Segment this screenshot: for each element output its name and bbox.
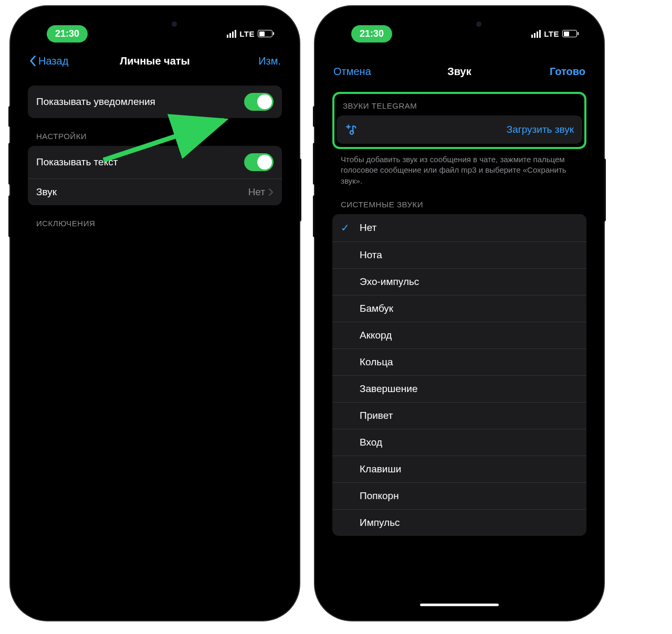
phone-side-button <box>299 158 301 221</box>
chevron-left-icon <box>29 55 36 67</box>
settings-group: Показывать текст Звук Нет <box>28 146 282 205</box>
notch <box>412 15 507 33</box>
upload-footer: Чтобы добавить звук из сообщения в чате,… <box>332 149 586 186</box>
done-button[interactable]: Готово <box>543 66 585 78</box>
phone-side-button <box>8 195 10 237</box>
sound-option-label: Завершение <box>360 383 418 395</box>
telegram-sounds-header: ЗВУКИ TELEGRAM <box>334 94 584 115</box>
sound-option[interactable]: Завершение <box>332 376 586 403</box>
sound-option-label: Кольца <box>360 356 393 368</box>
phone-left: 21:30 LTE Назад Личные чаты Изм. <box>10 6 299 620</box>
plus-note-icon <box>345 123 359 136</box>
status-time: 21:30 <box>351 25 392 43</box>
back-button[interactable]: Назад <box>29 55 87 67</box>
status-right: LTE <box>531 29 577 38</box>
sound-option-label: Эхо-импульс <box>360 276 419 288</box>
sound-label: Звук <box>36 186 57 198</box>
sound-option-label: Нет <box>360 222 376 234</box>
sound-option[interactable]: ✓Нет <box>332 214 586 242</box>
content-right: ЗВУКИ TELEGRAM Загрузить звук <box>324 86 595 611</box>
phone-side-button <box>604 158 606 221</box>
cancel-label: Отмена <box>333 66 371 78</box>
show-notifications-toggle[interactable] <box>244 93 274 111</box>
phone-side-button <box>313 106 315 127</box>
nav-bar: Отмена Звук Готово <box>324 57 595 86</box>
exceptions-header: ИСКЛЮЧЕНИЯ <box>28 205 282 233</box>
sound-value: Нет <box>248 186 265 198</box>
sound-option-label: Аккорд <box>360 330 392 341</box>
show-notifications-row[interactable]: Показывать уведомления <box>28 86 282 118</box>
sound-option-label: Нота <box>360 249 382 261</box>
sound-row[interactable]: Звук Нет <box>28 179 282 205</box>
back-label: Назад <box>38 55 68 67</box>
svg-point-1 <box>350 131 354 134</box>
sound-option-label: Импульс <box>360 517 400 529</box>
upload-sound-row[interactable]: Загрузить звук <box>337 115 582 144</box>
sound-option[interactable]: Клавиши <box>332 456 586 483</box>
screen-left: 21:30 LTE Назад Личные чаты Изм. <box>19 15 290 611</box>
sound-option-label: Вход <box>360 437 382 448</box>
sound-option-label: Клавиши <box>360 463 401 475</box>
screen-right: 21:30 LTE Отмена Звук Готово ЗВУКИ TELEG… <box>324 15 595 611</box>
phone-right: 21:30 LTE Отмена Звук Готово ЗВУКИ TELEG… <box>315 6 604 620</box>
chevron-right-icon <box>268 188 274 196</box>
phone-side-button <box>313 143 315 185</box>
sound-option-label: Привет <box>360 410 393 421</box>
show-text-label: Показывать текст <box>36 156 118 168</box>
network-label: LTE <box>239 29 255 38</box>
signal-icon <box>227 30 236 38</box>
sound-option[interactable]: Бамбук <box>332 295 586 322</box>
highlight-annotation: ЗВУКИ TELEGRAM Загрузить звук <box>332 92 586 149</box>
telegram-sounds-group: Загрузить звук <box>337 115 582 144</box>
upload-sound-label: Загрузить звук <box>507 124 574 135</box>
system-sounds-list: ✓НетНотаЭхо-импульсБамбукАккордКольцаЗав… <box>332 214 586 536</box>
checkmark-icon: ✓ <box>341 221 360 234</box>
sound-option[interactable]: Привет <box>332 403 586 429</box>
sound-option[interactable]: Попкорн <box>332 483 586 510</box>
phone-side-button <box>8 106 10 127</box>
battery-icon <box>258 30 272 37</box>
sound-option-label: Бамбук <box>360 303 393 314</box>
notifications-group: Показывать уведомления <box>28 86 282 118</box>
edit-button[interactable]: Изм. <box>239 55 281 67</box>
show-text-toggle[interactable] <box>244 153 274 171</box>
sound-option[interactable]: Эхо-импульс <box>332 269 586 295</box>
sound-option[interactable]: Нота <box>332 242 586 269</box>
battery-icon <box>562 30 577 37</box>
network-label: LTE <box>544 29 559 38</box>
sound-option-label: Попкорн <box>360 490 399 502</box>
status-time: 21:30 <box>47 25 88 43</box>
status-right: LTE <box>227 29 272 38</box>
phone-side-button <box>8 143 10 185</box>
notch <box>108 15 202 33</box>
nav-bar: Назад Личные чаты Изм. <box>19 47 290 75</box>
phone-side-button <box>313 195 315 237</box>
sound-option[interactable]: Кольца <box>332 349 586 376</box>
settings-header: НАСТРОЙКИ <box>28 118 282 146</box>
system-sounds-header: СИСТЕМНЫЕ ЗВУКИ <box>332 186 586 214</box>
sound-option[interactable]: Импульс <box>332 510 586 536</box>
sound-option[interactable]: Вход <box>332 429 586 456</box>
show-text-row[interactable]: Показывать текст <box>28 146 282 179</box>
cancel-button[interactable]: Отмена <box>333 66 391 78</box>
home-indicator[interactable] <box>420 604 499 606</box>
sound-option[interactable]: Аккорд <box>332 322 586 349</box>
signal-icon <box>531 30 541 38</box>
show-notifications-label: Показывать уведомления <box>36 96 155 108</box>
content-left: Показывать уведомления НАСТРОЙКИ Показыв… <box>19 75 290 611</box>
